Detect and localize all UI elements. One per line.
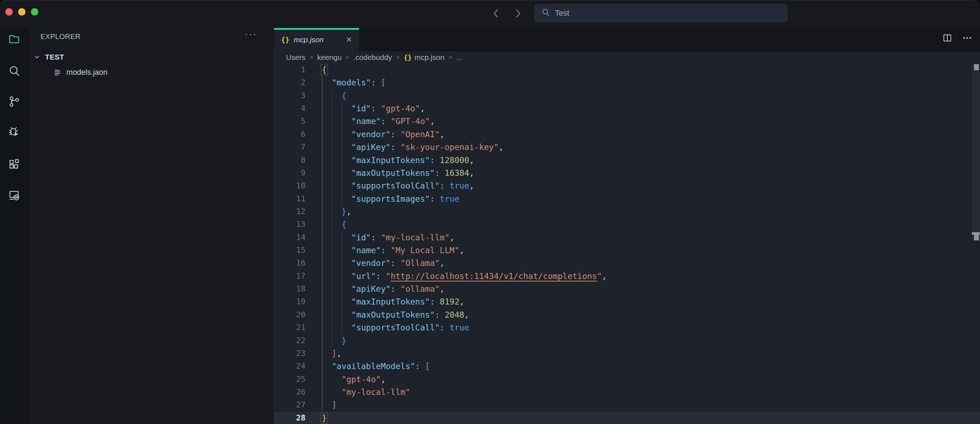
search-sidebar-icon[interactable] — [8, 65, 21, 77]
line-number[interactable]: 27 — [274, 399, 305, 411]
code-line-content[interactable]: "availableModels": [ — [305, 360, 430, 373]
code-line-content[interactable]: ], — [305, 347, 341, 360]
line-number[interactable]: 4 — [274, 102, 305, 115]
breadcrumb-item[interactable]: keengu — [317, 53, 342, 62]
line-number[interactable]: 9 — [274, 167, 305, 179]
code-line-content[interactable]: "name": "My Local LLM", — [305, 244, 465, 257]
code-editor[interactable]: 1{2 "models": [3 {4 "id": "gpt-4o",5 "na… — [274, 64, 980, 424]
code-line[interactable]: 20 "maxOutputTokens": 2048, — [274, 308, 980, 321]
code-line[interactable]: 13 { — [274, 218, 980, 231]
remote-explorer-icon[interactable] — [8, 189, 21, 202]
code-line-content[interactable]: }, — [305, 205, 351, 218]
code-line[interactable]: 6 "vendor": "OpenAI", — [274, 128, 980, 141]
breadcrumb-item[interactable]: .codebuddy — [353, 53, 392, 62]
code-line-content[interactable]: } — [305, 411, 327, 424]
workspace-root-test[interactable]: TEST — [29, 51, 274, 64]
command-center-search[interactable]: Test — [535, 4, 788, 22]
code-line[interactable]: 18 "apiKey": "ollama", — [274, 283, 980, 295]
line-number[interactable]: 14 — [274, 231, 305, 244]
code-line[interactable]: 15 "name": "My Local LLM", — [274, 244, 980, 257]
source-control-icon[interactable] — [8, 95, 21, 108]
code-line[interactable]: 11 "supportsImages": true — [274, 192, 980, 205]
run-debug-icon[interactable] — [8, 126, 21, 139]
code-line-content[interactable]: ] — [305, 399, 337, 411]
code-line-content[interactable]: "supportsToolCall": true — [305, 321, 469, 334]
code-line[interactable]: 26 "my-local-llm" — [274, 386, 980, 399]
code-line-content[interactable]: { — [305, 218, 346, 231]
code-line[interactable]: 4 "id": "gpt-4o", — [274, 102, 980, 115]
line-number[interactable]: 2 — [274, 76, 305, 89]
navigate-forward-button[interactable] — [512, 6, 524, 21]
line-number[interactable]: 21 — [274, 321, 305, 334]
code-line-content[interactable]: "vendor": "OpenAI", — [305, 128, 445, 141]
code-line-content[interactable]: "maxOutputTokens": 16384, — [305, 167, 474, 179]
line-number[interactable]: 7 — [274, 141, 305, 154]
code-line[interactable]: 2 "models": [ — [274, 76, 980, 89]
editor-scrollbar[interactable] — [972, 64, 980, 240]
code-line-content[interactable]: "supportsToolCall": true, — [305, 179, 474, 192]
code-line-content[interactable]: "gpt-4o", — [305, 373, 386, 386]
line-number[interactable]: 12 — [274, 205, 305, 218]
code-line[interactable]: 21 "supportsToolCall": true — [274, 321, 980, 334]
line-number[interactable]: 24 — [274, 360, 305, 373]
breadcrumb-item[interactable]: Users — [286, 53, 305, 62]
line-number[interactable]: 25 — [274, 373, 305, 386]
tab-mcp-json[interactable]: {} mcp.json ✕ — [274, 28, 359, 51]
code-line[interactable]: 14 "id": "my-local-llm", — [274, 231, 980, 244]
line-number[interactable]: 3 — [274, 89, 305, 102]
code-line[interactable]: 1{ — [274, 64, 980, 76]
line-number[interactable]: 10 — [274, 179, 305, 192]
minimize-window-button[interactable] — [18, 8, 25, 16]
extensions-icon[interactable] — [8, 158, 21, 170]
line-number[interactable]: 26 — [274, 386, 305, 399]
code-line-content[interactable]: "models": [ — [305, 76, 386, 89]
code-line[interactable]: 28} — [274, 411, 980, 424]
line-number[interactable]: 23 — [274, 347, 305, 360]
code-line[interactable]: 27 ] — [274, 399, 980, 411]
code-line-content[interactable]: "name": "GPT-4o", — [305, 115, 435, 128]
line-number[interactable]: 1 — [274, 64, 305, 76]
code-line-content[interactable]: "supportsImages": true — [305, 192, 460, 205]
breadcrumb-item[interactable]: ... — [456, 53, 463, 62]
line-number[interactable]: 5 — [274, 115, 305, 128]
code-line[interactable]: 23 ], — [274, 347, 980, 360]
code-line[interactable]: 17 "url": "http://localhost:11434/v1/cha… — [274, 270, 980, 283]
code-line[interactable]: 16 "vendor": "Ollama", — [274, 257, 980, 270]
code-line-content[interactable]: "maxInputTokens": 128000, — [305, 154, 474, 167]
more-actions-button[interactable] — [962, 33, 972, 44]
code-line-content[interactable]: } — [305, 334, 346, 347]
line-number[interactable]: 18 — [274, 283, 305, 295]
code-line-content[interactable]: "my-local-llm" — [305, 386, 410, 399]
code-line[interactable]: 12 }, — [274, 205, 980, 218]
code-line-content[interactable]: { — [305, 89, 346, 102]
code-line[interactable]: 8 "maxInputTokens": 128000, — [274, 154, 980, 167]
code-line-content[interactable]: "apiKey": "sk-your-openai-key", — [305, 141, 503, 154]
code-line[interactable]: 3 { — [274, 89, 980, 102]
code-line-content[interactable]: "maxInputTokens": 8192, — [305, 295, 465, 308]
line-number[interactable]: 6 — [274, 128, 305, 141]
code-line[interactable]: 7 "apiKey": "sk-your-openai-key", — [274, 141, 980, 154]
file-item-models-jaon[interactable]: models.jaon — [29, 65, 274, 79]
line-number[interactable]: 13 — [274, 218, 305, 231]
explorer-folder-icon[interactable] — [8, 33, 21, 45]
code-line-content[interactable]: { — [305, 64, 327, 76]
explorer-more-actions-button[interactable]: ··· — [245, 29, 257, 40]
code-line-content[interactable]: "maxOutputTokens": 2048, — [305, 308, 469, 321]
code-line[interactable]: 24 "availableModels": [ — [274, 360, 980, 373]
code-line[interactable]: 9 "maxOutputTokens": 16384, — [274, 167, 980, 179]
line-number[interactable]: 17 — [274, 270, 305, 283]
code-line-content[interactable]: "id": "my-local-llm", — [305, 231, 455, 244]
code-line-content[interactable]: "apiKey": "ollama", — [305, 283, 445, 295]
zoom-window-button[interactable] — [31, 8, 38, 16]
line-number[interactable]: 20 — [274, 308, 305, 321]
tab-close-icon[interactable]: ✕ — [345, 35, 352, 44]
line-number[interactable]: 22 — [274, 334, 305, 347]
line-number[interactable]: 19 — [274, 295, 305, 308]
code-line[interactable]: 5 "name": "GPT-4o", — [274, 115, 980, 128]
code-line[interactable]: 25 "gpt-4o", — [274, 373, 980, 386]
close-window-button[interactable] — [5, 8, 13, 16]
code-line[interactable]: 10 "supportsToolCall": true, — [274, 179, 980, 192]
code-line-content[interactable]: "vendor": "Ollama", — [305, 257, 445, 270]
line-number[interactable]: 15 — [274, 244, 305, 257]
navigate-back-button[interactable] — [490, 6, 503, 21]
